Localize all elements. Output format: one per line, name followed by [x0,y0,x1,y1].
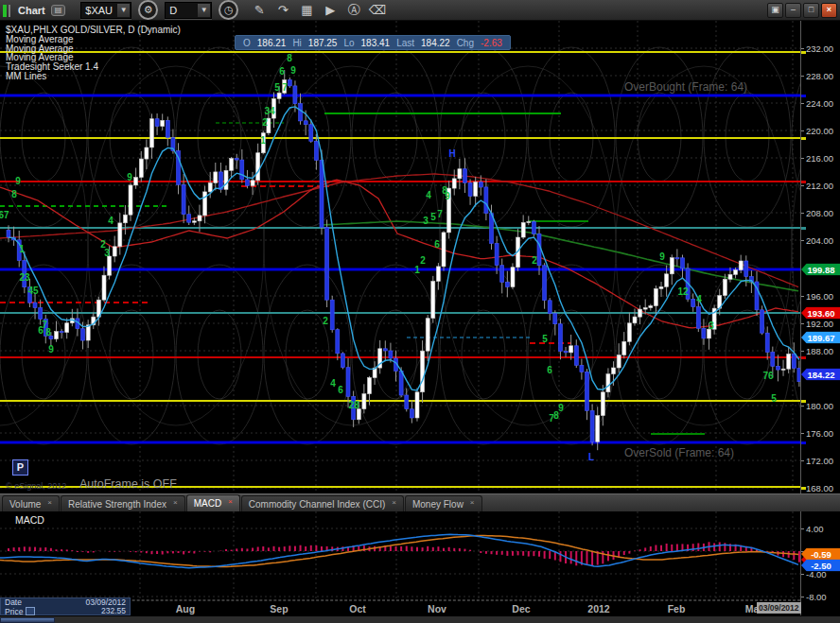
svg-text:5: 5 [771,393,777,404]
restore-window-button[interactable]: ▣ [767,3,783,18]
axis-tick-label: 180.00 [806,401,833,411]
axis-tick-label: 204.00 [806,235,833,246]
axis-tick-mark [801,158,804,159]
svg-text:8: 8 [45,327,51,337]
close-icon[interactable]: × [228,497,233,506]
month-label: Nov [428,603,446,614]
svg-text:9: 9 [659,251,665,262]
svg-text:34: 34 [264,106,275,116]
axis-tick-mark [801,574,804,575]
tab-label: MACD [194,498,221,509]
level-notch [801,95,806,97]
svg-text:67: 67 [0,210,9,220]
horizontal-scrollbar[interactable] [0,615,840,623]
svg-text:5: 5 [542,334,548,344]
cursor-date-label: Date [5,598,22,607]
axis-tick-label: 172.00 [806,456,833,466]
change-label: Chg [457,38,474,48]
tab-money-flow[interactable]: Money Flow× [405,495,482,511]
svg-text:3: 3 [423,216,429,226]
tab-volume[interactable]: Volume× [2,495,60,511]
close-icon[interactable]: × [470,498,475,507]
cursor-price-label: Price [5,607,35,615]
svg-text:3: 3 [104,248,110,258]
open-label: O [243,38,251,48]
close-window-button[interactable]: × [821,3,837,18]
close-icon[interactable]: × [173,498,178,507]
symbol-value: $XAU [81,5,116,16]
svg-text:9: 9 [445,191,450,201]
axis-tick-label: 208.00 [806,208,833,218]
cursor-price-value: 232.55 [101,607,126,615]
pencil-draw-icon[interactable]: ✎ [249,2,270,19]
month-label: Aug [176,603,195,614]
indicator-tab-bar: Volume×Relative Strength Index×MACD×Comm… [0,493,840,511]
interval-combo[interactable]: D ▼ [165,2,212,19]
play-icon[interactable]: ▶ [320,2,341,19]
svg-text:1: 1 [19,244,25,254]
tab-commodity-channel-index-cci[interactable]: Commodity Channel Index (CCI)× [241,495,404,511]
axis-tick-label: 192.00 [806,319,833,329]
macd-histogram [9,542,799,566]
axis-tick-mark [801,406,804,407]
svg-text:7: 7 [437,209,443,219]
svg-text:6: 6 [338,385,343,395]
overbought-label: OverBought (Frame: 64) [624,80,747,94]
close-icon[interactable]: × [392,498,396,507]
svg-text:2: 2 [323,316,328,326]
symbol-lookup-icon[interactable]: ⚙ [138,0,158,20]
maximize-window-button[interactable]: □ [803,3,819,18]
axis-price-tag: 193.60 [801,307,840,320]
tab-relative-strength-index[interactable]: Relative Strength Index× [61,495,185,511]
axis-tick-label: 212.00 [806,181,833,191]
ohlc-quote-strip: O 186.21 Hi 187.25 Lo 183.41 Last 184.22… [235,35,511,50]
legend-study-row: MM Lines [6,72,181,81]
macd-indicator-plot[interactable] [0,511,800,599]
tab-label: Money Flow [412,499,464,510]
svg-text:9: 9 [558,403,564,413]
svg-text:4: 4 [696,294,702,304]
axis-tick-label: 228.00 [806,71,833,81]
page-marker-badge[interactable]: P [12,459,28,476]
level-notch [801,51,806,54]
auto-trade-icon[interactable]: Ⓐ [343,2,364,19]
eraser-icon[interactable]: ⌫ [367,2,388,19]
svg-text:2: 2 [420,255,426,266]
month-label: Feb [668,603,686,614]
cursor-info-box: Date 03/09/2012 Price 232.55 [0,597,131,615]
axis-price-tag: -2.50 [801,560,840,572]
axis-price-tag: 199.88 [801,264,840,276]
scrollbar-thumb[interactable] [0,617,55,623]
axis-tick-label: 4.00 [806,524,824,534]
svg-text:H: H [448,148,455,159]
minimize-window-button[interactable]: – [785,3,801,18]
axis-price-tag: -0.59 [801,548,840,561]
axis-price-tag: 184.22 [801,369,840,381]
close-icon[interactable]: × [47,498,52,507]
axis-tick-label: 196.00 [806,291,833,302]
axis-tick-label: 216.00 [806,153,833,164]
svg-text:7: 7 [282,82,288,93]
chart-badge-icon: ▤ [51,5,66,16]
symbol-combo[interactable]: $XAU ▼ [80,2,131,19]
time-template-icon[interactable]: ◷ [219,0,238,20]
axis-tick-label: 232.00 [806,43,833,54]
svg-text:5: 5 [430,212,436,222]
svg-text:8: 8 [553,410,559,421]
quote-board-icon[interactable]: ▦ [296,2,317,19]
tab-label: Commodity Channel Index (CCI) [249,499,386,510]
svg-text:9: 9 [127,172,132,182]
tab-macd[interactable]: MACD× [186,494,240,511]
chevron-down-icon[interactable]: ▼ [117,4,130,17]
svg-text:45: 45 [27,286,39,296]
month-label: Dec [512,603,530,614]
axis-tick-mark [801,185,804,186]
redo-arrow-icon[interactable]: ↷ [272,2,293,19]
chevron-down-icon[interactable]: ▼ [198,4,210,17]
axis-tick-label: 220.00 [806,126,833,136]
svg-text:4: 4 [108,216,114,226]
axis-tick-mark [801,130,804,131]
price-axis[interactable]: 232.00228.00224.00220.00216.00212.00208.… [800,21,840,615]
interval-value: D [166,5,197,16]
axis-price-tag: 189.67 [801,332,840,344]
